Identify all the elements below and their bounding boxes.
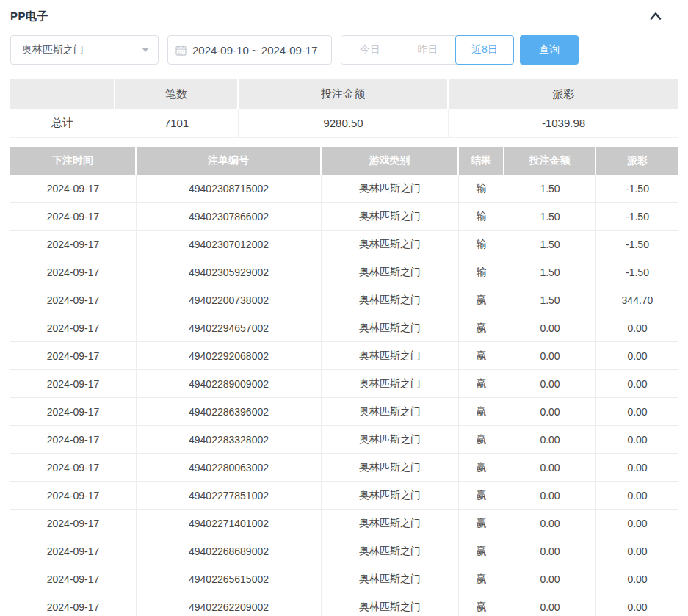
result-cell: 赢 [459,593,504,616]
bet-id-cell: 49402308715002 [137,175,322,203]
bet-amount-cell: 0.00 [504,398,596,426]
game-category-cell: 奥林匹斯之门 [322,510,459,537]
table-row: 2024-09-17 49402286396002 奥林匹斯之门 赢 0.00 … [10,398,678,426]
header-result: 结果 [459,147,504,175]
game-category-cell: 奥林匹斯之门 [322,565,459,593]
game-select-value: 奥林匹斯之门 [22,43,84,57]
summary-header-blank [10,79,115,109]
bet-time-cell: 2024-09-17 [10,565,137,593]
result-cell: 赢 [459,398,504,426]
payout-cell: 0.00 [596,510,678,537]
payout-cell: 0.00 [596,454,678,482]
bet-id-cell: 49402265615002 [137,565,322,593]
header-bet-id: 注单编号 [137,147,322,175]
game-category-cell: 奥林匹斯之门 [322,398,459,426]
table-row: 2024-09-17 49402277851002 奥林匹斯之门 赢 0.00 … [10,482,678,510]
bet-amount-cell: 0.00 [504,370,596,398]
result-cell: 赢 [459,537,504,565]
table-row: 2024-09-17 49402268689002 奥林匹斯之门 赢 0.00 … [10,537,678,565]
payout-cell: -1.50 [596,231,678,258]
summary-total-bet-amount: 9280.50 [239,109,449,138]
last-8-days-button[interactable]: 近8日 [455,35,514,65]
bet-amount-cell: 0.00 [504,593,596,616]
payout-cell: 0.00 [596,593,678,616]
game-category-cell: 奥林匹斯之门 [322,175,459,203]
table-row: 2024-09-17 49402200738002 奥林匹斯之门 赢 1.50 … [10,286,678,314]
game-category-cell: 奥林匹斯之门 [322,314,459,342]
result-cell: 输 [459,175,504,203]
bet-amount-cell: 1.50 [504,286,596,314]
summary-header-payout: 派彩 [449,79,678,109]
bet-id-cell: 49402294657002 [137,314,322,342]
yesterday-button[interactable]: 昨日 [399,36,456,64]
bet-time-cell: 2024-09-17 [10,454,137,482]
pp-electronic-panel: PP电子 奥林匹斯之门 2024-09-10 ~ [0,0,688,616]
today-button[interactable]: 今日 [341,36,399,64]
summary-total-payout: -1039.98 [449,109,678,138]
bet-amount-cell: 0.00 [504,426,596,454]
header-game-category: 游戏类别 [322,147,459,175]
result-cell: 赢 [459,314,504,342]
bet-id-cell: 49402283328002 [137,426,322,454]
bet-time-cell: 2024-09-17 [10,370,137,398]
game-category-cell: 奥林匹斯之门 [322,593,459,616]
game-category-cell: 奥林匹斯之门 [322,370,459,398]
result-cell: 赢 [459,454,504,482]
caret-down-icon [142,48,149,52]
payout-cell: 0.00 [596,398,678,426]
page-title: PP电子 [10,10,48,23]
quick-date-button-group: 今日 昨日 近8日 [341,35,514,65]
bet-id-cell: 49402271401002 [137,510,322,537]
game-category-cell: 奥林匹斯之门 [322,203,459,231]
bet-table-header-row: 下注时间 注单编号 游戏类别 结果 投注金额 派彩 [10,147,678,175]
table-row: 2024-09-17 49402294657002 奥林匹斯之门 赢 0.00 … [10,314,678,342]
bet-time-cell: 2024-09-17 [10,537,137,565]
bet-id-cell: 49402280063002 [137,454,322,482]
bet-time-cell: 2024-09-17 [10,314,137,342]
bet-time-cell: 2024-09-17 [10,482,137,510]
table-row: 2024-09-17 49402308715002 奥林匹斯之门 输 1.50 … [10,175,678,203]
payout-cell: 344.70 [596,286,678,314]
panel-header: PP电子 [10,7,678,26]
date-range-picker[interactable]: 2024-09-10 ~ 2024-09-17 [167,35,332,65]
bet-time-cell: 2024-09-17 [10,203,137,231]
bet-id-cell: 49402268689002 [137,537,322,565]
game-category-cell: 奥林匹斯之门 [322,258,459,286]
payout-cell: -1.50 [596,258,678,286]
filter-bar: 奥林匹斯之门 2024-09-10 ~ 2024-09-17 今日 昨日 近8日 [10,35,678,65]
bet-id-cell: 49402289009002 [137,370,322,398]
payout-cell: 0.00 [596,537,678,565]
payout-cell: 0.00 [596,314,678,342]
bet-id-cell: 49402307866002 [137,203,322,231]
game-category-cell: 奥林匹斯之门 [322,454,459,482]
bet-amount-cell: 0.00 [504,510,596,537]
payout-cell: 0.00 [596,482,678,510]
table-row: 2024-09-17 49402262209002 奥林匹斯之门 赢 0.00 … [10,593,678,616]
game-category-cell: 奥林匹斯之门 [322,426,459,454]
game-category-cell: 奥林匹斯之门 [322,537,459,565]
bet-amount-cell: 0.00 [504,537,596,565]
result-cell: 赢 [459,370,504,398]
bet-id-cell: 49402262209002 [137,593,322,616]
bet-amount-cell: 0.00 [504,314,596,342]
result-cell: 赢 [459,482,504,510]
payout-cell: 0.00 [596,342,678,370]
table-row: 2024-09-17 49402265615002 奥林匹斯之门 赢 0.00 … [10,565,678,593]
bet-table-body: 2024-09-17 49402308715002 奥林匹斯之门 输 1.50 … [10,175,678,616]
result-cell: 赢 [459,342,504,370]
header-payout: 派彩 [596,147,678,175]
payout-cell: -1.50 [596,175,678,203]
query-button[interactable]: 查询 [520,35,579,65]
chevron-up-icon [649,11,662,21]
result-cell: 输 [459,231,504,258]
game-category-cell: 奥林匹斯之门 [322,342,459,370]
collapse-panel-button[interactable] [649,11,662,21]
bet-amount-cell: 1.50 [504,203,596,231]
summary-header-row: 笔数 投注金额 派彩 [10,79,678,109]
game-select[interactable]: 奥林匹斯之门 [10,35,159,65]
calendar-icon [175,45,187,56]
bet-id-cell: 49402277851002 [137,482,322,510]
payout-cell: 0.00 [596,426,678,454]
result-cell: 赢 [459,565,504,593]
bet-time-cell: 2024-09-17 [10,593,137,616]
